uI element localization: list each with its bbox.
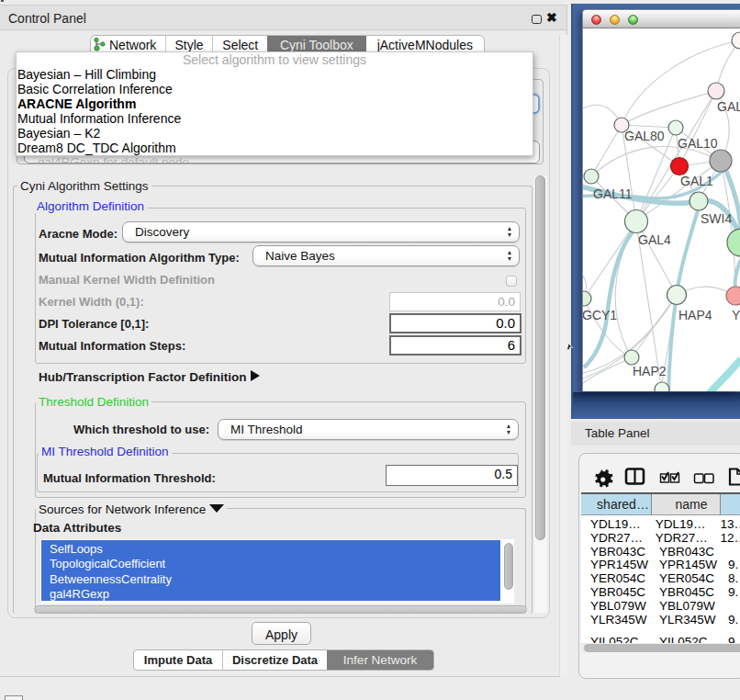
svg-text:GAL10: GAL10 [678, 136, 718, 151]
svg-text:SWI4: SWI4 [701, 211, 732, 226]
svg-text:GAL: GAL [717, 99, 740, 114]
svg-text:GAL11: GAL11 [593, 186, 633, 201]
svg-text:HAP2: HAP2 [633, 364, 667, 378]
svg-text:GCY1: GCY1 [583, 308, 617, 322]
svg-text:GAL4: GAL4 [638, 232, 671, 247]
svg-text:Y: Y [732, 308, 740, 322]
svg-text:HAP4: HAP4 [678, 308, 712, 322]
svg-text:GAL80: GAL80 [624, 129, 665, 143]
svg-text:GAL1: GAL1 [680, 174, 713, 188]
